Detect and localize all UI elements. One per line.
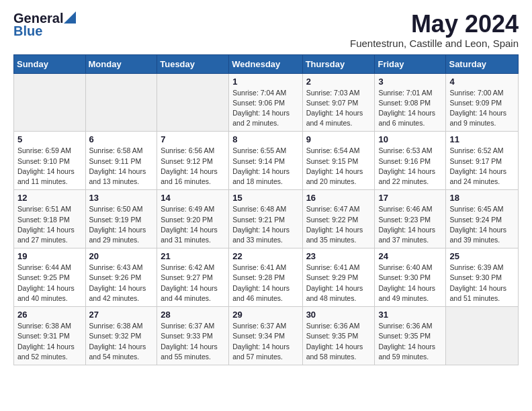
table-row: 14Sunrise: 6:49 AM Sunset: 9:20 PM Dayli… [157, 190, 229, 248]
table-row: 29Sunrise: 6:37 AM Sunset: 9:34 PM Dayli… [229, 307, 302, 365]
table-row: 21Sunrise: 6:42 AM Sunset: 9:27 PM Dayli… [157, 248, 229, 307]
day-number: 4 [449, 77, 515, 87]
logo-triangle-icon [64, 11, 76, 24]
day-number: 7 [161, 134, 225, 144]
table-row: 17Sunrise: 6:46 AM Sunset: 9:23 PM Dayli… [375, 190, 446, 248]
day-number: 18 [449, 193, 515, 203]
table-row: 28Sunrise: 6:37 AM Sunset: 9:33 PM Dayli… [157, 307, 229, 365]
svg-marker-0 [64, 11, 76, 24]
table-row: 30Sunrise: 6:36 AM Sunset: 9:35 PM Dayli… [302, 307, 375, 365]
day-number: 25 [449, 251, 515, 261]
day-info: Sunrise: 6:55 AM Sunset: 9:14 PM Dayligh… [232, 146, 298, 187]
title-section: May 2024 Fuentestrun, Castille and Leon,… [350, 11, 519, 49]
day-info: Sunrise: 6:56 AM Sunset: 9:12 PM Dayligh… [161, 146, 225, 187]
day-number: 1 [232, 77, 298, 87]
day-info: Sunrise: 6:52 AM Sunset: 9:17 PM Dayligh… [449, 146, 515, 187]
day-number: 14 [161, 193, 225, 203]
day-info: Sunrise: 6:46 AM Sunset: 9:23 PM Dayligh… [378, 204, 442, 245]
table-row [14, 73, 86, 132]
day-number: 22 [232, 251, 298, 261]
col-friday: Friday [375, 54, 446, 73]
day-number: 10 [378, 134, 442, 144]
day-info: Sunrise: 6:43 AM Sunset: 9:26 PM Dayligh… [89, 263, 154, 304]
day-info: Sunrise: 6:36 AM Sunset: 9:35 PM Dayligh… [306, 321, 371, 362]
day-info: Sunrise: 6:49 AM Sunset: 9:20 PM Dayligh… [161, 204, 225, 245]
day-number: 5 [17, 134, 82, 144]
table-row [85, 73, 157, 132]
day-number: 31 [378, 310, 442, 320]
day-number: 21 [161, 251, 225, 261]
col-tuesday: Tuesday [157, 54, 229, 73]
table-row: 19Sunrise: 6:44 AM Sunset: 9:25 PM Dayli… [14, 248, 86, 307]
day-info: Sunrise: 7:03 AM Sunset: 9:07 PM Dayligh… [306, 88, 371, 129]
table-row: 4Sunrise: 7:00 AM Sunset: 9:09 PM Daylig… [446, 73, 519, 132]
calendar-table: Sunday Monday Tuesday Wednesday Thursday… [13, 54, 519, 365]
table-row: 26Sunrise: 6:38 AM Sunset: 9:31 PM Dayli… [14, 307, 86, 365]
calendar-week-row: 19Sunrise: 6:44 AM Sunset: 9:25 PM Dayli… [14, 248, 519, 307]
calendar-title: May 2024 [350, 11, 519, 38]
day-number: 15 [232, 193, 298, 203]
day-info: Sunrise: 6:41 AM Sunset: 9:29 PM Dayligh… [306, 263, 371, 304]
calendar-header-row: Sunday Monday Tuesday Wednesday Thursday… [14, 54, 519, 73]
table-row: 5Sunrise: 6:59 AM Sunset: 9:10 PM Daylig… [14, 132, 86, 190]
table-row: 11Sunrise: 6:52 AM Sunset: 9:17 PM Dayli… [446, 132, 519, 190]
day-info: Sunrise: 6:38 AM Sunset: 9:31 PM Dayligh… [17, 321, 82, 362]
day-info: Sunrise: 6:59 AM Sunset: 9:10 PM Dayligh… [17, 146, 82, 187]
day-number: 19 [17, 251, 82, 261]
day-info: Sunrise: 6:47 AM Sunset: 9:22 PM Dayligh… [306, 204, 371, 245]
day-number: 24 [378, 251, 442, 261]
day-info: Sunrise: 6:48 AM Sunset: 9:21 PM Dayligh… [232, 204, 298, 245]
day-info: Sunrise: 6:44 AM Sunset: 9:25 PM Dayligh… [17, 263, 82, 304]
day-number: 26 [17, 310, 82, 320]
col-wednesday: Wednesday [229, 54, 302, 73]
day-number: 17 [378, 193, 442, 203]
day-info: Sunrise: 6:50 AM Sunset: 9:19 PM Dayligh… [89, 204, 154, 245]
day-number: 20 [89, 251, 154, 261]
day-info: Sunrise: 6:39 AM Sunset: 9:30 PM Dayligh… [449, 263, 515, 304]
page-header: General Blue May 2024 Fuentestrun, Casti… [13, 11, 519, 49]
table-row [157, 73, 229, 132]
day-info: Sunrise: 6:37 AM Sunset: 9:34 PM Dayligh… [232, 321, 298, 362]
day-info: Sunrise: 6:45 AM Sunset: 9:24 PM Dayligh… [449, 204, 515, 245]
day-info: Sunrise: 6:41 AM Sunset: 9:28 PM Dayligh… [232, 263, 298, 304]
day-number: 28 [161, 310, 225, 320]
table-row: 2Sunrise: 7:03 AM Sunset: 9:07 PM Daylig… [302, 73, 375, 132]
table-row: 18Sunrise: 6:45 AM Sunset: 9:24 PM Dayli… [446, 190, 519, 248]
table-row: 27Sunrise: 6:38 AM Sunset: 9:32 PM Dayli… [85, 307, 157, 365]
col-monday: Monday [85, 54, 157, 73]
table-row: 7Sunrise: 6:56 AM Sunset: 9:12 PM Daylig… [157, 132, 229, 190]
calendar-week-row: 5Sunrise: 6:59 AM Sunset: 9:10 PM Daylig… [14, 132, 519, 190]
day-number: 29 [232, 310, 298, 320]
calendar-week-row: 12Sunrise: 6:51 AM Sunset: 9:18 PM Dayli… [14, 190, 519, 248]
table-row: 16Sunrise: 6:47 AM Sunset: 9:22 PM Dayli… [302, 190, 375, 248]
table-row: 22Sunrise: 6:41 AM Sunset: 9:28 PM Dayli… [229, 248, 302, 307]
day-number: 23 [306, 251, 371, 261]
day-number: 13 [89, 193, 154, 203]
day-info: Sunrise: 6:42 AM Sunset: 9:27 PM Dayligh… [161, 263, 225, 304]
day-info: Sunrise: 6:51 AM Sunset: 9:18 PM Dayligh… [17, 204, 82, 245]
table-row: 1Sunrise: 7:04 AM Sunset: 9:06 PM Daylig… [229, 73, 302, 132]
day-number: 9 [306, 134, 371, 144]
day-number: 16 [306, 193, 371, 203]
table-row: 15Sunrise: 6:48 AM Sunset: 9:21 PM Dayli… [229, 190, 302, 248]
day-number: 2 [306, 77, 371, 87]
table-row: 12Sunrise: 6:51 AM Sunset: 9:18 PM Dayli… [14, 190, 86, 248]
calendar-subtitle: Fuentestrun, Castille and Leon, Spain [350, 38, 519, 49]
table-row: 10Sunrise: 6:53 AM Sunset: 9:16 PM Dayli… [375, 132, 446, 190]
day-number: 27 [89, 310, 154, 320]
day-info: Sunrise: 6:40 AM Sunset: 9:30 PM Dayligh… [378, 263, 442, 304]
table-row: 8Sunrise: 6:55 AM Sunset: 9:14 PM Daylig… [229, 132, 302, 190]
logo: General Blue [13, 11, 76, 39]
day-info: Sunrise: 6:54 AM Sunset: 9:15 PM Dayligh… [306, 146, 371, 187]
day-info: Sunrise: 6:53 AM Sunset: 9:16 PM Dayligh… [378, 146, 442, 187]
table-row: 23Sunrise: 6:41 AM Sunset: 9:29 PM Dayli… [302, 248, 375, 307]
day-number: 8 [232, 134, 298, 144]
table-row: 13Sunrise: 6:50 AM Sunset: 9:19 PM Dayli… [85, 190, 157, 248]
day-number: 3 [378, 77, 442, 87]
day-info: Sunrise: 6:36 AM Sunset: 9:35 PM Dayligh… [378, 321, 442, 362]
col-thursday: Thursday [302, 54, 375, 73]
day-number: 11 [449, 134, 515, 144]
day-info: Sunrise: 7:04 AM Sunset: 9:06 PM Dayligh… [232, 88, 298, 129]
day-number: 6 [89, 134, 154, 144]
col-saturday: Saturday [446, 54, 519, 73]
